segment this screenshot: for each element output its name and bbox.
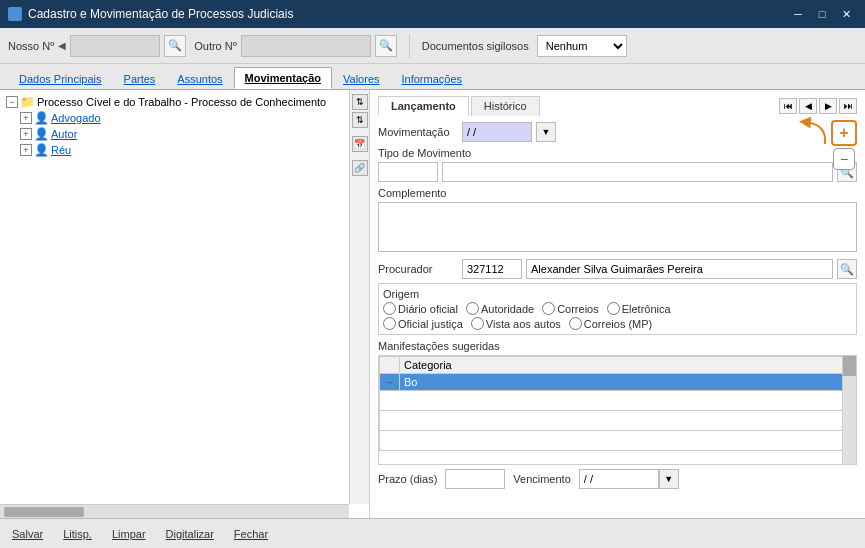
manifestacoes-scroll-thumb[interactable] — [843, 356, 856, 376]
origem-correiosmp-label: Correios (MP) — [584, 318, 652, 330]
tab-movimentacao[interactable]: Movimentação — [234, 67, 332, 89]
manifestacoes-section: Manifestações sugeridas Categoria → Bo — [378, 339, 857, 465]
tipo-desc-input[interactable] — [442, 162, 833, 182]
complemento-textarea[interactable] — [378, 202, 857, 252]
origem-correiosmp-item[interactable]: Correios (MP) — [569, 317, 652, 330]
procurador-name-input[interactable]: Alexander Silva Guimarães Pereira — [526, 259, 833, 279]
title-bar: Cadastro e Movimentação de Processos Jud… — [0, 0, 865, 28]
tipo-code-input[interactable] — [378, 162, 438, 182]
manifestacoes-scrollbar[interactable] — [842, 356, 856, 464]
tree-node-advogado[interactable]: + 👤 Advogado — [4, 110, 345, 126]
tab-partes[interactable]: Partes — [113, 67, 167, 89]
origem-label: Origem — [383, 288, 852, 300]
nosso-search-btn[interactable]: 🔍 — [164, 35, 186, 57]
add-movimentacao-btn[interactable]: + — [831, 120, 857, 146]
reu-expand-icon[interactable]: + — [20, 144, 32, 156]
tab-valores-label: Valores — [343, 73, 379, 85]
tab-informacoes-label: Informações — [402, 73, 463, 85]
advogado-label: Advogado — [51, 112, 101, 124]
toolbar-divider — [409, 34, 410, 58]
tab-assuntos[interactable]: Assuntos — [166, 67, 233, 89]
tab-dados-principais[interactable]: Dados Principais — [8, 67, 113, 89]
origem-correios-radio[interactable] — [542, 302, 555, 315]
manifestacoes-value-cell[interactable]: Bo — [400, 374, 856, 391]
nav-prev-btn[interactable]: ◀ — [799, 98, 817, 114]
tree-sort-btn[interactable]: ⇅ — [352, 94, 368, 110]
litisp-btn[interactable]: Litisp. — [59, 526, 96, 542]
nav-last-btn[interactable]: ⏭ — [839, 98, 857, 114]
tree-node-autor[interactable]: + 👤 Autor — [4, 126, 345, 142]
procurador-search-btn[interactable]: 🔍 — [837, 259, 857, 279]
advogado-expand-icon[interactable]: + — [20, 112, 32, 124]
advogado-icon: 👤 — [34, 111, 49, 125]
digitalizar-btn[interactable]: Digitalizar — [162, 526, 218, 542]
tree-scroll-thumb[interactable] — [4, 507, 84, 517]
fechar-btn[interactable]: Fechar — [230, 526, 272, 542]
prazo-label: Prazo (dias) — [378, 473, 437, 485]
origem-oficial-radio[interactable] — [383, 317, 396, 330]
remove-movimentacao-btn[interactable]: − — [833, 148, 855, 170]
nav-first-btn[interactable]: ⏮ — [779, 98, 797, 114]
maximize-button[interactable]: □ — [811, 5, 833, 23]
movimentacao-date-input[interactable] — [462, 122, 532, 142]
tab-valores[interactable]: Valores — [332, 67, 390, 89]
origem-eletronica-radio[interactable] — [607, 302, 620, 315]
tree-calendar-btn[interactable]: 📅 — [352, 136, 368, 152]
origem-diario-item[interactable]: Diário oficial — [383, 302, 458, 315]
origem-vista-item[interactable]: Vista aos autos — [471, 317, 561, 330]
tree-side-toolbar: ⇅ ⇅ 📅 🔗 — [349, 90, 369, 504]
manifestacoes-row-empty — [380, 391, 856, 411]
tree-root-node[interactable]: − 📁 Processo Cível e do Trabalho - Proce… — [4, 94, 345, 110]
origem-oficial-item[interactable]: Oficial justiça — [383, 317, 463, 330]
tree-scrollbar[interactable] — [0, 504, 349, 518]
vencimento-input[interactable] — [579, 469, 659, 489]
right-panel: Lançamento Histórico ⏮ ◀ ▶ ⏭ Movimentaçã… — [370, 90, 865, 518]
app-icon — [8, 7, 22, 21]
origem-autoridade-item[interactable]: Autoridade — [466, 302, 534, 315]
origem-vista-radio[interactable] — [471, 317, 484, 330]
nosso-label: Nosso Nº — [8, 40, 54, 52]
root-expand-icon[interactable]: − — [6, 96, 18, 108]
autor-label: Autor — [51, 128, 77, 140]
tab-informacoes[interactable]: Informações — [391, 67, 474, 89]
autor-expand-icon[interactable]: + — [20, 128, 32, 140]
tree-sort2-btn[interactable]: ⇅ — [352, 112, 368, 128]
vencimento-dropdown-btn[interactable]: ▼ — [659, 469, 679, 489]
outro-input[interactable] — [241, 35, 371, 57]
nosso-group: Nosso Nº ◀ 🔍 — [8, 35, 186, 57]
outro-search-btn[interactable]: 🔍 — [375, 35, 397, 57]
origem-radio-row: Diário oficial Autoridade Correios Eletr… — [383, 302, 852, 315]
movimentacao-dropdown-btn[interactable]: ▼ — [536, 122, 556, 142]
manifestacoes-container: Categoria → Bo — [378, 355, 857, 465]
manifestacoes-label: Manifestações sugeridas — [378, 340, 500, 352]
sub-tab-lancamento[interactable]: Lançamento — [378, 96, 469, 116]
nosso-input[interactable] — [70, 35, 160, 57]
tipo-movimento-section: Tipo de Movimento 🔍 — [378, 146, 857, 182]
origem-oficial-label: Oficial justiça — [398, 318, 463, 330]
tree-node-reu[interactable]: + 👤 Réu — [4, 142, 345, 158]
sub-tab-historico[interactable]: Histórico — [471, 96, 540, 116]
content-area: − 📁 Processo Cível e do Trabalho - Proce… — [0, 90, 865, 518]
manifestacoes-col-arrow — [380, 357, 400, 374]
tree-root-label: Processo Cível e do Trabalho - Processo … — [37, 96, 326, 108]
procurador-code-input[interactable]: 327112 — [462, 259, 522, 279]
origem-diario-radio[interactable] — [383, 302, 396, 315]
vencimento-group: ▼ — [579, 469, 679, 489]
prazo-input[interactable] — [445, 469, 505, 489]
origem-correios-item[interactable]: Correios — [542, 302, 599, 315]
nosso-nav-icon[interactable]: ◀ — [58, 40, 66, 51]
minimize-button[interactable]: ─ — [787, 5, 809, 23]
origem-autoridade-radio[interactable] — [466, 302, 479, 315]
origem-correiosmp-radio[interactable] — [569, 317, 582, 330]
origem-eletronica-item[interactable]: Eletrônica — [607, 302, 671, 315]
nav-arrows: ⏮ ◀ ▶ ⏭ — [779, 98, 857, 114]
tab-assuntos-label: Assuntos — [177, 73, 222, 85]
nav-next-btn[interactable]: ▶ — [819, 98, 837, 114]
manifestacoes-row-1[interactable]: → Bo — [380, 374, 856, 391]
docs-sigilosos-select[interactable]: Nenhum — [537, 35, 627, 57]
limpar-btn[interactable]: Limpar — [108, 526, 150, 542]
reu-label: Réu — [51, 144, 71, 156]
salvar-btn[interactable]: Salvar — [8, 526, 47, 542]
tree-link-btn[interactable]: 🔗 — [352, 160, 368, 176]
close-button[interactable]: ✕ — [835, 5, 857, 23]
